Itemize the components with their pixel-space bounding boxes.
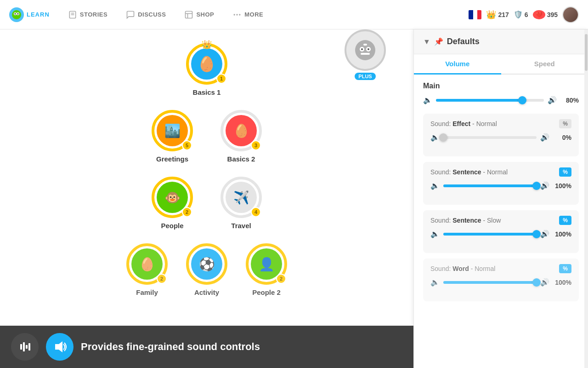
panel-collapse-button[interactable]: ▼ (423, 38, 430, 46)
sentence-slow-badge[interactable]: % (559, 216, 571, 225)
lesson-row-3: 🐵 2 People ✈️ 4 (46, 177, 368, 230)
effect-vol-low-icon: 🔈 (430, 133, 440, 142)
effect-slider[interactable] (443, 136, 537, 139)
word-slider-row: 🔈 🔊 100% (430, 278, 571, 287)
main-section-title: Main (423, 82, 579, 90)
sound-panel: ▼ 📌 Defaults Volume Speed Main 🔈 🔊 80% (413, 29, 588, 368)
effect-normal-section: Sound: Effect - Normal % 🔈 🔊 0% (423, 114, 579, 156)
shield-icon: 🛡️ (514, 10, 523, 19)
lesson-people2[interactable]: 👤 2 People 2 (246, 243, 287, 296)
sentence-normal-section: Sound: Sentence - Normal % 🔈 🔊 100% (423, 162, 579, 205)
nav-stats: 👑 217 🛡️ 6 ❤️ 395 (469, 6, 579, 23)
panel-title: Defaults (447, 37, 480, 46)
family-label: Family (136, 288, 158, 296)
panel-header: ▼ 📌 Defaults (414, 29, 588, 54)
sentence-normal-label: Sound: Sentence - Normal (430, 168, 508, 176)
svg-rect-9 (186, 11, 192, 18)
lesson-greetings[interactable]: 🏙️ 5 Greetings (152, 110, 193, 163)
effect-volume-value: 0% (553, 134, 571, 141)
activity-label: Activity (194, 288, 219, 296)
effect-vol-high-icon: 🔊 (540, 133, 549, 142)
panel-body: Main 🔈 🔊 80% Sound: Effect - Normal % (414, 75, 588, 368)
sentence-normal-badge[interactable]: % (559, 167, 571, 177)
basics1-emoji: 🥚 (198, 55, 216, 73)
tab-speed[interactable]: Speed (501, 54, 588, 74)
svg-point-5 (17, 13, 19, 14)
svg-rect-22 (20, 344, 22, 350)
hearts-stat: ❤️ 395 (533, 10, 558, 19)
shield-stat: 🛡️ 6 (514, 10, 528, 19)
sentence-slow-vol-low-icon: 🔈 (430, 230, 440, 238)
panel-scrollbar[interactable] (584, 29, 588, 368)
svg-point-12 (237, 14, 237, 15)
user-avatar[interactable] (562, 6, 579, 23)
sentence-normal-header: Sound: Sentence - Normal % (430, 167, 571, 177)
svg-point-14 (234, 14, 235, 15)
main-slider[interactable] (436, 99, 544, 102)
lesson-family[interactable]: 🥚 2 Family (126, 243, 168, 296)
speaker-icon-btn[interactable] (46, 333, 74, 361)
sentence-slider[interactable] (443, 184, 537, 187)
lessons-container: 👑 🥚 1 Basics 1 (46, 43, 368, 296)
tooltip-banner: Provides fine-grained sound controls (0, 326, 413, 368)
lesson-people[interactable]: 🐵 2 People (152, 177, 193, 230)
main-slider-row: 🔈 🔊 80% (423, 96, 579, 104)
people-emoji: 🐵 (164, 190, 181, 205)
shop-icon (184, 10, 193, 19)
lesson-basics2[interactable]: 🥚 3 Basics 2 (220, 110, 262, 163)
svg-point-19 (368, 48, 369, 50)
sound-toggle-button[interactable] (11, 333, 39, 361)
sentence-volume-value: 100% (553, 182, 571, 190)
sentence-slow-volume-value: 100% (553, 230, 571, 238)
lesson-row-4: 🥚 2 Family ⚽ Act (46, 243, 368, 296)
main-volume-value: 80% (560, 97, 579, 104)
nav-discuss[interactable]: DISCUSS (119, 6, 173, 23)
panel-tabs: Volume Speed (414, 54, 588, 75)
lesson-travel[interactable]: ✈️ 4 Travel (220, 177, 262, 230)
word-normal-section: Sound: Word - Normal % 🔈 🔊 100% (423, 259, 579, 301)
chat-icon (126, 10, 135, 19)
tab-volume[interactable]: Volume (414, 54, 501, 75)
book-icon (68, 10, 77, 19)
basics2-label: Basics 2 (227, 155, 255, 163)
greetings-emoji: 🏙️ (164, 123, 181, 138)
svg-point-1 (12, 10, 21, 19)
people2-label: People 2 (252, 288, 281, 296)
nav-stories[interactable]: STORIES (61, 6, 115, 23)
travel-label: Travel (231, 222, 251, 230)
svg-rect-23 (23, 342, 25, 351)
effect-normal-label: Sound: Effect - Normal (430, 120, 497, 127)
heart-icon: ❤️ (533, 10, 545, 19)
volume-high-icon: 🔊 (548, 96, 557, 104)
basics2-emoji: 🥚 (233, 123, 249, 138)
sentence-slow-label: Sound: Sentence - Slow (430, 217, 501, 224)
effect-slider-row: 🔈 🔊 0% (430, 133, 571, 142)
speaker-icon (52, 339, 67, 354)
word-normal-badge[interactable]: % (559, 264, 571, 273)
basics1-label: Basics 1 (193, 88, 221, 96)
lesson-basics1[interactable]: 👑 🥚 1 Basics 1 (186, 43, 227, 96)
word-vol-low-icon: 🔈 (430, 278, 440, 287)
volume-low-icon: 🔈 (423, 96, 432, 104)
svg-point-13 (239, 14, 240, 15)
logo[interactable]: LEARN (9, 7, 50, 22)
sentence-slow-slider[interactable] (443, 233, 537, 236)
nav-brand-label: LEARN (27, 11, 50, 18)
duo-logo-icon (9, 7, 24, 22)
word-slider[interactable] (443, 281, 537, 284)
effect-normal-header: Sound: Effect - Normal % (430, 119, 571, 128)
nav-shop[interactable]: SHOP (177, 6, 221, 23)
language-flag[interactable] (469, 10, 481, 19)
crown-icon: 👑 (202, 40, 212, 50)
course-area: PLUS 👑 🥚 1 Basics 1 (0, 29, 413, 368)
lesson-activity[interactable]: ⚽ Activity (186, 243, 227, 296)
panel-pin-icon: 📌 (434, 37, 443, 46)
crown-icon: 👑 (486, 10, 496, 20)
lesson-row-2: 🏙️ 5 Greetings 🥚 3 (46, 110, 368, 163)
greetings-label: Greetings (156, 155, 188, 163)
sentence-slider-row: 🔈 🔊 100% (430, 181, 571, 190)
panel-scrollthumb[interactable] (585, 34, 588, 71)
nav-more[interactable]: MORE (225, 6, 271, 23)
svg-rect-24 (26, 345, 28, 349)
effect-normal-badge[interactable]: % (559, 119, 571, 128)
